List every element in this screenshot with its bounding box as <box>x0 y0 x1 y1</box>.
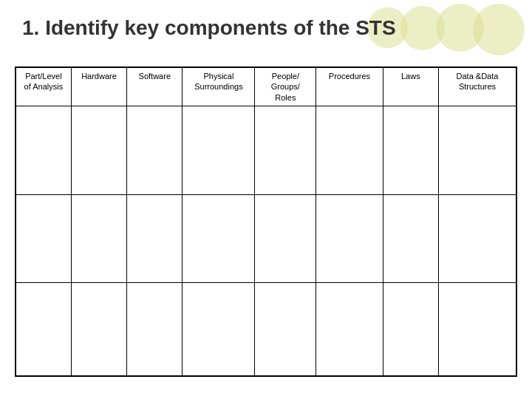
cell-hardware-2 <box>71 194 126 283</box>
table-row <box>16 194 516 283</box>
table-row <box>16 106 516 194</box>
table-container: Part/Levelof Analysis Hardware Software … <box>15 66 517 377</box>
col-header-people: People/Groups/Roles <box>255 67 316 106</box>
col-header-hardware: Hardware <box>71 67 126 106</box>
cell-people-2 <box>255 194 316 283</box>
sts-table: Part/Levelof Analysis Hardware Software … <box>15 66 517 377</box>
cell-part-2 <box>16 194 71 283</box>
cell-data-1 <box>438 106 516 194</box>
cell-procedures-1 <box>316 106 383 194</box>
cell-physical-3 <box>183 283 255 376</box>
col-header-procedures: Procedures <box>316 67 383 106</box>
page-title: 1. Identify key components of the STS <box>22 16 396 40</box>
col-header-software: Software <box>127 67 183 106</box>
cell-people-1 <box>255 106 316 194</box>
col-header-laws: Laws <box>383 67 438 106</box>
cell-software-2 <box>127 194 183 283</box>
cell-data-2 <box>438 194 516 283</box>
circle-2 <box>436 4 484 52</box>
cell-software-3 <box>127 283 183 376</box>
cell-physical-2 <box>183 194 255 283</box>
cell-part-3 <box>16 283 71 376</box>
col-header-part-level: Part/Levelof Analysis <box>16 67 71 106</box>
cell-hardware-3 <box>71 283 126 376</box>
cell-physical-1 <box>183 106 255 194</box>
cell-procedures-3 <box>316 283 383 376</box>
cell-part-1 <box>16 106 71 194</box>
cell-laws-1 <box>383 106 438 194</box>
col-header-data: Data &DataStructures <box>438 67 516 106</box>
cell-software-1 <box>127 106 183 194</box>
circle-3 <box>400 6 445 50</box>
col-header-physical: PhysicalSurroundings <box>183 67 255 106</box>
table-row <box>16 283 516 376</box>
table-header-row: Part/Levelof Analysis Hardware Software … <box>16 67 516 106</box>
cell-procedures-2 <box>316 194 383 283</box>
cell-laws-3 <box>383 283 438 376</box>
cell-data-3 <box>438 283 516 376</box>
circle-1 <box>473 4 525 55</box>
cell-hardware-1 <box>71 106 126 194</box>
cell-laws-2 <box>383 194 438 283</box>
cell-people-3 <box>255 283 316 376</box>
